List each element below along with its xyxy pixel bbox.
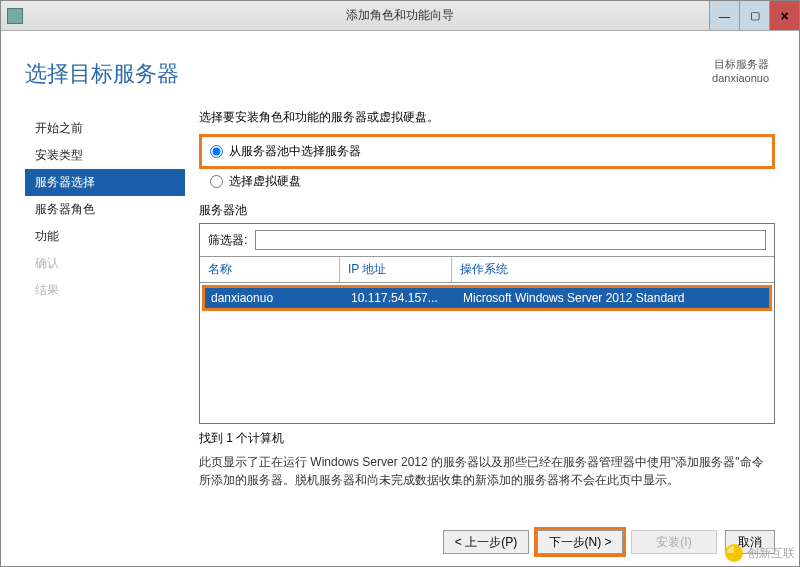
nav-item-server-selection[interactable]: 服务器选择 — [25, 169, 185, 196]
col-header-os[interactable]: 操作系统 — [452, 257, 774, 282]
cell-name: danxiaonuo — [205, 288, 345, 308]
server-table-header: 名称 IP 地址 操作系统 — [200, 256, 774, 283]
main-panel: 选择要安装角色和功能的服务器或虚拟硬盘。 从服务器池中选择服务器 选择虚拟硬盘 … — [199, 109, 775, 489]
server-pool-label: 服务器池 — [199, 202, 775, 219]
instruction-text: 选择要安装角色和功能的服务器或虚拟硬盘。 — [199, 109, 775, 126]
radio-select-from-pool-input[interactable] — [210, 145, 223, 158]
cell-os: Microsoft Windows Server 2012 Standard — [457, 288, 769, 308]
server-pool-box: 筛选器: 名称 IP 地址 操作系统 danxiaonuo 10.117.54.… — [199, 223, 775, 424]
radio-select-from-pool[interactable]: 从服务器池中选择服务器 — [210, 141, 764, 162]
selected-row-highlight: danxiaonuo 10.117.54.157... Microsoft Wi… — [202, 285, 772, 311]
nav-item-before-begin[interactable]: 开始之前 — [25, 115, 185, 142]
close-button[interactable]: × — [769, 1, 799, 30]
nav-item-confirm: 确认 — [25, 250, 185, 277]
wizard-nav: 开始之前 安装类型 服务器选择 服务器角色 功能 确认 结果 — [25, 109, 185, 489]
target-server-label: 目标服务器 — [712, 57, 769, 72]
next-button[interactable]: 下一步(N) > — [537, 530, 623, 554]
filter-input[interactable] — [255, 230, 766, 250]
window-buttons: — ▢ × — [709, 1, 799, 30]
radio-select-vhd-label: 选择虚拟硬盘 — [229, 173, 301, 190]
status-line: 找到 1 个计算机 — [199, 430, 775, 447]
wizard-footer: < 上一步(P) 下一步(N) > 安装(I) 取消 — [443, 530, 775, 554]
server-table-empty-area — [200, 311, 774, 423]
wizard-content: 目标服务器 danxiaonuo 选择目标服务器 开始之前 安装类型 服务器选择… — [1, 31, 799, 566]
window-title: 添加角色和功能向导 — [1, 7, 799, 24]
titlebar: 添加角色和功能向导 — ▢ × — [1, 1, 799, 31]
target-server-info: 目标服务器 danxiaonuo — [712, 57, 769, 84]
target-server-name: danxiaonuo — [712, 72, 769, 84]
cell-ip: 10.117.54.157... — [345, 288, 457, 308]
col-header-name[interactable]: 名称 — [200, 257, 340, 282]
radio-select-vhd-input[interactable] — [210, 175, 223, 188]
radio-select-from-pool-highlight: 从服务器池中选择服务器 — [199, 134, 775, 169]
nav-item-server-roles[interactable]: 服务器角色 — [25, 196, 185, 223]
maximize-button[interactable]: ▢ — [739, 1, 769, 30]
footnote-text: 此页显示了正在运行 Windows Server 2012 的服务器以及那些已经… — [199, 453, 775, 489]
radio-select-from-pool-label: 从服务器池中选择服务器 — [229, 143, 361, 160]
minimize-button[interactable]: — — [709, 1, 739, 30]
radio-select-vhd[interactable]: 选择虚拟硬盘 — [199, 171, 775, 192]
prev-button[interactable]: < 上一步(P) — [443, 530, 529, 554]
page-title: 选择目标服务器 — [25, 59, 775, 89]
install-button: 安装(I) — [631, 530, 717, 554]
table-row[interactable]: danxiaonuo 10.117.54.157... Microsoft Wi… — [205, 288, 769, 308]
cancel-button[interactable]: 取消 — [725, 530, 775, 554]
col-header-ip[interactable]: IP 地址 — [340, 257, 452, 282]
nav-item-features[interactable]: 功能 — [25, 223, 185, 250]
filter-label: 筛选器: — [208, 232, 247, 249]
filter-row: 筛选器: — [200, 224, 774, 256]
nav-item-results: 结果 — [25, 277, 185, 304]
nav-item-install-type[interactable]: 安装类型 — [25, 142, 185, 169]
